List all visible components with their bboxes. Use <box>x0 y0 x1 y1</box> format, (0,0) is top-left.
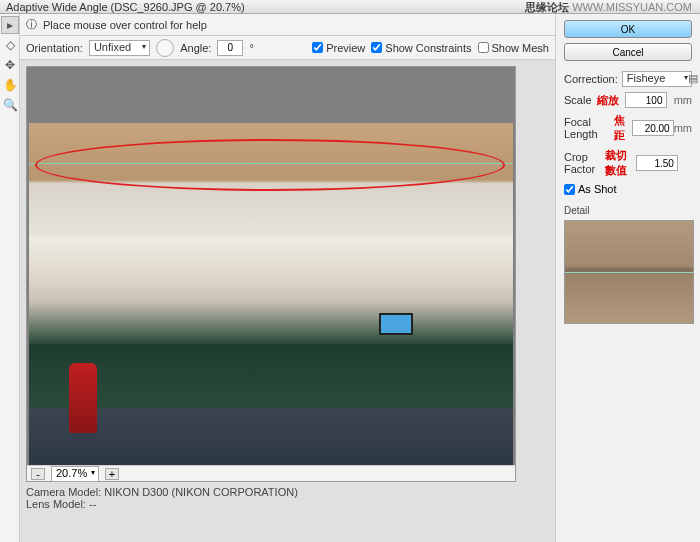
watermark: 思缘论坛 WWW.MISSYUAN.COM <box>525 0 692 15</box>
move-tool[interactable]: ✥ <box>1 56 19 74</box>
orientation-select[interactable]: Unfixed <box>89 40 150 56</box>
focal-unit: mm <box>674 122 692 134</box>
help-hint-text: Place mouse over control for help <box>43 19 207 31</box>
cancel-button[interactable]: Cancel <box>564 43 692 61</box>
canvas-status-bar: - 20.7% + <box>27 465 515 481</box>
focal-label: Focal Length <box>564 116 614 140</box>
preview-checkbox[interactable]: Preview <box>312 42 365 54</box>
tool-palette: ▸ ◇ ✥ ✋ 🔍 <box>0 14 20 542</box>
zoom-tool[interactable]: 🔍 <box>1 96 19 114</box>
scale-input[interactable] <box>625 92 667 108</box>
help-icon: ⓘ <box>26 17 37 32</box>
scale-label: Scale <box>564 94 592 106</box>
zoom-in-button[interactable]: + <box>105 468 119 480</box>
as-shot-checkbox[interactable]: As Shot <box>564 183 692 195</box>
scale-annotation: 縮放 <box>597 93 619 108</box>
constraint-tool[interactable]: ▸ <box>1 16 19 34</box>
camera-info: Camera Model: NIKON D300 (NIKON CORPORAT… <box>26 486 298 510</box>
crop-annotation: 裁切數值 <box>605 148 636 178</box>
angle-label: Angle: <box>180 42 211 54</box>
scale-unit: mm <box>672 94 692 106</box>
help-hint-bar: ⓘ Place mouse over control for help <box>20 14 555 36</box>
correction-label: Correction: <box>564 73 618 85</box>
angle-input[interactable] <box>217 40 243 56</box>
gear-icon[interactable]: ▤ <box>688 72 698 85</box>
correction-select[interactable]: Fisheye <box>622 71 692 87</box>
side-panel: OK Cancel Correction: Fisheye ▤ Scale 縮放… <box>555 14 700 542</box>
angle-dial[interactable] <box>156 39 174 57</box>
zoom-select[interactable]: 20.7% <box>51 466 99 482</box>
polygon-tool[interactable]: ◇ <box>1 36 19 54</box>
window-title: Adaptive Wide Angle (DSC_9260.JPG @ 20.7… <box>6 1 245 13</box>
show-constraints-checkbox[interactable]: Show Constraints <box>371 42 471 54</box>
image-canvas[interactable]: - 20.7% + <box>26 66 516 482</box>
detail-label: Detail <box>564 205 692 216</box>
annotation-ellipse <box>35 139 505 191</box>
focal-input[interactable] <box>632 120 674 136</box>
crop-input[interactable] <box>636 155 678 171</box>
ok-button[interactable]: OK <box>564 20 692 38</box>
crop-label: Crop Factor <box>564 151 605 175</box>
show-mesh-checkbox[interactable]: Show Mesh <box>478 42 549 54</box>
options-bar: Orientation: Unfixed Angle: ° Preview Sh… <box>20 36 555 60</box>
focal-annotation: 焦距 <box>614 113 631 143</box>
zoom-out-button[interactable]: - <box>31 468 45 480</box>
tv-screen <box>379 313 413 335</box>
orientation-label: Orientation: <box>26 42 83 54</box>
detail-preview <box>564 220 694 324</box>
santa-figure <box>69 363 97 433</box>
hand-tool[interactable]: ✋ <box>1 76 19 94</box>
degree-symbol: ° <box>249 42 253 54</box>
